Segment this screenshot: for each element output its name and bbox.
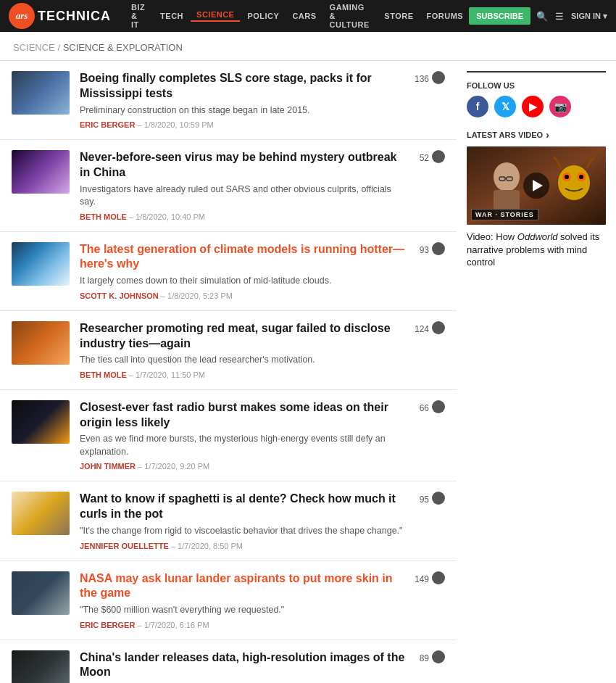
instagram-icon[interactable]: 📷 — [549, 96, 571, 117]
article-content-3: The latest generation of climate models … — [80, 242, 409, 300]
video-title-prefix: Video: How — [467, 231, 517, 242]
article-title-4[interactable]: Researcher promoting red meat, sugar fai… — [80, 321, 404, 352]
article-desc-6: "It's the change from rigid to viscoelas… — [80, 525, 409, 538]
nav-links: BIZ & IT TECH SCIENCE POLICY CARS GAMING… — [125, 3, 469, 29]
comment-bubble-8 — [432, 650, 445, 663]
comment-bubble-7 — [432, 571, 445, 584]
article-title-6[interactable]: Want to know if spaghetti is al dente? C… — [80, 492, 409, 522]
article-thumb-4 — [12, 321, 70, 365]
article-meta-2: BETH MOLE – 1/8/2020, 10:40 PM — [80, 212, 409, 221]
latest-video-label[interactable]: LATEST ARS VIDEO — [467, 129, 606, 141]
comment-bubble-5 — [432, 400, 445, 413]
article-thumb-5 — [12, 400, 70, 444]
nav-cars[interactable]: CARS — [286, 12, 322, 20]
comment-bubble-3 — [432, 242, 445, 255]
nav-store[interactable]: STORE — [378, 12, 419, 20]
facebook-icon[interactable]: f — [467, 96, 488, 117]
comment-count-6: 95 — [420, 494, 429, 505]
war-stories-badge: WAR · STORIES — [471, 209, 538, 220]
article-thumb-3 — [12, 242, 70, 286]
article-title-5[interactable]: Closest-ever fast radio burst makes some… — [80, 400, 409, 431]
comment-bubble-1 — [432, 71, 445, 84]
site-logo[interactable]: ars TECHNICA — [9, 3, 111, 29]
article-meta-1: ERIC BERGER – 1/8/2020, 10:59 PM — [80, 120, 404, 129]
article-comments-4[interactable]: 124 — [415, 321, 445, 337]
sidebar-divider — [467, 71, 606, 73]
twitter-icon[interactable]: 𝕏 — [494, 96, 516, 117]
article-comments-8[interactable]: 89 — [420, 650, 445, 666]
article-desc-5: Even as we find more bursts, the mysteri… — [80, 433, 409, 458]
article-content-4: Researcher promoting red meat, sugar fai… — [80, 321, 404, 379]
video-title[interactable]: Video: How Oddworld solved its narrative… — [467, 231, 606, 269]
comment-count-1: 136 — [415, 74, 429, 84]
comment-count-5: 66 — [420, 403, 429, 413]
nav-gaming[interactable]: GAMING & CULTURE — [324, 3, 378, 29]
subscribe-button[interactable]: SUBSCRIBE — [469, 7, 530, 25]
ars-logo-circle: ars — [9, 3, 35, 29]
breadcrumb-subsection: Science & Exploration — [63, 42, 183, 53]
article-meta-3: SCOTT K. JOHNSON – 1/8/2020, 5:23 PM — [80, 291, 409, 300]
article-thumb-2 — [12, 150, 70, 194]
signin-button[interactable]: SIGN IN ▾ — [571, 12, 607, 21]
social-icons: f 𝕏 ▶ 📷 — [467, 96, 606, 117]
menu-icon[interactable]: ☰ — [555, 11, 564, 22]
main-nav: ars TECHNICA BIZ & IT TECH SCIENCE POLIC… — [0, 0, 616, 32]
video-title-em: Oddworld — [517, 231, 558, 242]
svg-point-6 — [558, 165, 590, 200]
video-thumbnail[interactable]: WAR · STORIES — [467, 146, 606, 225]
article-comments-6[interactable]: 95 — [420, 492, 445, 508]
article-content-1: Boeing finally completes SLS core stage,… — [80, 71, 404, 129]
article-comments-1[interactable]: 136 — [415, 71, 445, 87]
follow-us-label: FOLLOW US — [467, 81, 606, 90]
comment-count-8: 89 — [420, 653, 429, 663]
youtube-icon[interactable]: ▶ — [522, 96, 544, 117]
article-item-6: Want to know if spaghetti is al dente? C… — [0, 481, 457, 560]
article-meta-4: BETH MOLE – 1/7/2020, 11:50 PM — [80, 371, 404, 379]
article-title-7[interactable]: NASA may ask lunar lander aspirants to p… — [80, 571, 404, 602]
article-content-6: Want to know if spaghetti is al dente? C… — [80, 492, 409, 550]
article-title-2[interactable]: Never-before-seen virus may be behind my… — [80, 150, 409, 181]
nav-biz-it[interactable]: BIZ & IT — [125, 3, 153, 29]
article-comments-2[interactable]: 52 — [420, 150, 445, 166]
article-item-4: Researcher promoting red meat, sugar fai… — [0, 311, 457, 390]
article-thumb-1 — [12, 71, 70, 115]
nav-policy[interactable]: POLICY — [241, 12, 285, 20]
article-comments-3[interactable]: 93 — [420, 242, 445, 258]
breadcrumb: SCIENCE / Science & Exploration — [0, 32, 616, 61]
search-icon[interactable]: 🔍 — [536, 11, 548, 22]
article-desc-3: It largely comes down to their simulatio… — [80, 275, 409, 288]
article-title-1[interactable]: Boeing finally completes SLS core stage,… — [80, 71, 404, 102]
nav-science[interactable]: SCIENCE — [191, 10, 240, 22]
article-thumb-7 — [12, 571, 70, 615]
article-content-8: China's lander releases data, high-resol… — [80, 650, 409, 683]
breadcrumb-section[interactable]: SCIENCE — [13, 42, 55, 53]
article-content-2: Never-before-seen virus may be behind my… — [80, 150, 409, 221]
article-thumb-6 — [12, 492, 70, 535]
article-comments-7[interactable]: 149 — [415, 571, 445, 587]
nav-forums[interactable]: FORUMS — [421, 12, 470, 20]
article-comments-5[interactable]: 66 — [420, 400, 445, 416]
nav-tech[interactable]: TECH — [154, 12, 189, 20]
article-item-1: Boeing finally completes SLS core stage,… — [0, 61, 457, 140]
sidebar: FOLLOW US f 𝕏 ▶ 📷 LATEST ARS VIDEO — [457, 61, 616, 683]
site-name: TECHNICA — [38, 9, 111, 24]
comment-count-4: 124 — [415, 324, 429, 334]
comment-count-3: 93 — [420, 245, 429, 255]
article-item-7: NASA may ask lunar lander aspirants to p… — [0, 561, 457, 640]
article-title-8[interactable]: China's lander releases data, high-resol… — [80, 650, 409, 681]
article-thumb-8 — [12, 650, 70, 683]
comment-count-2: 52 — [420, 153, 429, 163]
nav-icons: 🔍 ☰ SIGN IN ▾ — [536, 11, 607, 22]
comment-bubble-2 — [432, 150, 445, 163]
comment-bubble-4 — [432, 321, 445, 334]
article-item-2: Never-before-seen virus may be behind my… — [0, 140, 457, 232]
main-layout: Boeing finally completes SLS core stage,… — [0, 61, 616, 683]
article-item-8: China's lander releases data, high-resol… — [0, 640, 457, 683]
article-meta-6: JENNIFER OUELLETTE – 1/7/2020, 8:50 PM — [80, 542, 409, 550]
article-title-3[interactable]: The latest generation of climate models … — [80, 242, 409, 273]
comment-count-7: 149 — [415, 574, 429, 584]
comment-bubble-6 — [432, 492, 445, 505]
article-list: Boeing finally completes SLS core stage,… — [0, 61, 457, 683]
video-play-button[interactable] — [523, 173, 549, 199]
svg-point-9 — [565, 175, 569, 179]
